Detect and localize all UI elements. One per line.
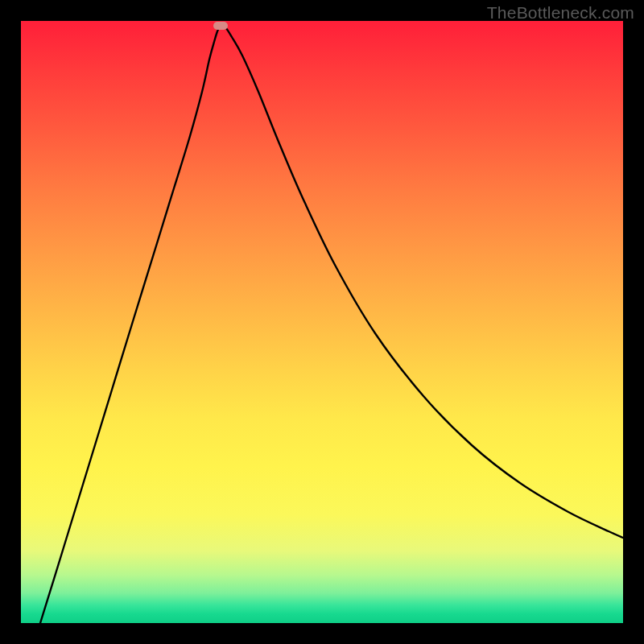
bottleneck-curve-path (40, 26, 623, 623)
watermark-text: TheBottleneck.com (487, 3, 634, 23)
chart-curve-svg (21, 21, 623, 623)
minimum-marker (213, 22, 228, 30)
